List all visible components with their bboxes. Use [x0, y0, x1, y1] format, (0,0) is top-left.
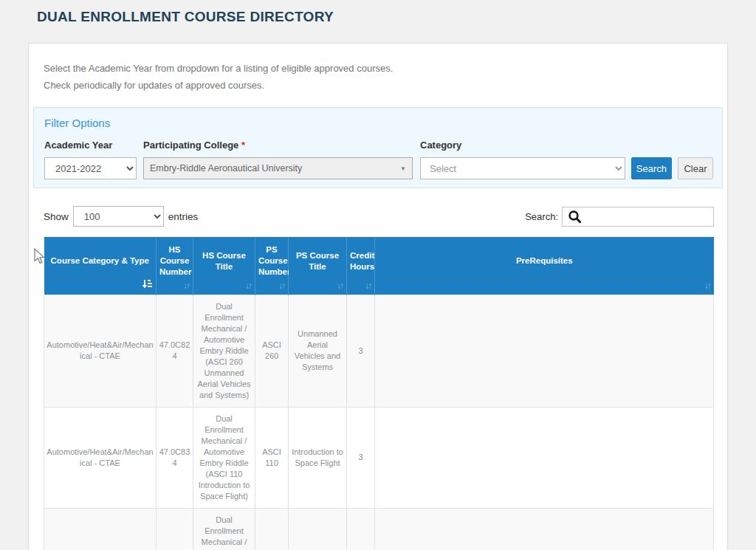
column-header-label: HS Course Title	[202, 251, 246, 271]
sort-amount-desc-icon	[142, 279, 152, 292]
table-search-input[interactable]	[562, 207, 714, 227]
clear-button[interactable]: Clear	[678, 157, 713, 179]
column-header-label: PS Course Title	[296, 251, 339, 271]
cell-hs-course-title: Dual Enrollment Mechanical / Automotive …	[193, 295, 255, 407]
cell-credit-hours: 3	[347, 295, 375, 407]
participating-college-field: Participating College * Embry-Riddle Aer…	[143, 140, 420, 179]
column-header-label: PreRequisites	[516, 256, 573, 265]
instruction-line: Select the Academic Year from dropdown f…	[44, 60, 712, 77]
table-row: Automotive/Heat&Air/Mechanical - CTAE 47…	[44, 295, 714, 407]
cell-prerequisites	[375, 407, 714, 508]
search-icon	[568, 210, 582, 227]
column-header-label: Credit Hours	[350, 251, 374, 271]
cell-ps-course-number: ASCI 110	[255, 407, 289, 508]
filter-options-heading: Filter Options	[44, 117, 713, 129]
sort-icon: ↓↑	[245, 281, 251, 292]
cell-prerequisites	[375, 295, 714, 407]
cell-credit-hours: 3	[347, 407, 375, 508]
cell-hs-course-title: Dual Enrollment Mechanical / Automotive …	[193, 508, 255, 550]
required-asterisk: *	[241, 140, 245, 151]
column-header-course-category[interactable]: Course Category & Type	[44, 237, 157, 295]
cell-course-category: Automotive/Heat&Air/Mechanical - CTAE	[44, 295, 157, 407]
column-header-label: PS Course Number	[258, 245, 290, 276]
column-header-ps-course-number[interactable]: PS Course Number ↓↑	[255, 237, 289, 295]
category-field: Category Select	[420, 140, 631, 179]
cell-hs-course-number: 47.0C824	[157, 295, 193, 407]
entries-label: entries	[168, 211, 199, 222]
column-header-label: HS Course Number	[159, 245, 191, 276]
cell-credit-hours: 3	[347, 508, 375, 550]
instructions: Select the Academic Year from dropdown f…	[29, 44, 727, 101]
table-row: Automotive/Heat&Air/Mechanical - CTAE 47…	[44, 407, 714, 508]
content-panel: Select the Academic Year from dropdown f…	[28, 43, 728, 550]
chevron-down-icon: ▼	[400, 165, 406, 172]
sort-icon: ↓↑	[365, 281, 371, 292]
filter-options-panel: Filter Options Academic Year 2021-2022 P…	[33, 107, 723, 188]
table-row: Automotive/Heat&Air/Mechanical - CTAE 47…	[44, 508, 714, 550]
cell-ps-course-number: ASCI 221	[255, 508, 289, 550]
show-label: Show	[44, 211, 69, 222]
search-button[interactable]: Search	[631, 157, 672, 179]
column-header-hs-course-title[interactable]: HS Course Title ↓↑	[193, 237, 255, 295]
table-controls: Show 100 entries Search:	[44, 206, 714, 227]
academic-year-select[interactable]: 2021-2022	[44, 157, 137, 179]
instruction-line: Check periodically for updates of approv…	[44, 77, 712, 94]
participating-college-select[interactable]: Embry-Riddle Aeronautical University ▼	[143, 157, 413, 179]
page-title: DUAL ENROLLMENT COURSE DIRECTORY	[37, 9, 334, 25]
sort-icon: ↓↑	[337, 281, 343, 292]
cell-ps-course-title: Introduction to Space Flight	[289, 407, 347, 508]
cell-course-category: Automotive/Heat&Air/Mechanical - CTAE	[44, 407, 157, 508]
cell-hs-course-title: Dual Enrollment Mechanical / Automotive …	[193, 407, 255, 508]
column-header-prerequisites[interactable]: PreRequisites ↓↑	[375, 237, 714, 295]
mouse-pointer-icon	[34, 248, 45, 267]
table-search-label: Search:	[525, 211, 558, 222]
cell-hs-course-number: 47.0C834	[157, 407, 193, 508]
sort-icon: ↓↑	[278, 281, 284, 292]
cell-ps-course-title: Unmanned Aerial Vehicles and Systems	[289, 295, 347, 407]
column-header-hs-course-number[interactable]: HS Course Number ↓↑	[157, 237, 193, 295]
table-header-row: Course Category & Type HS Course Number …	[44, 237, 714, 295]
cell-course-category: Automotive/Heat&Air/Mechanical - CTAE	[44, 508, 157, 550]
course-directory-table: Course Category & Type HS Course Number …	[44, 237, 714, 550]
cell-ps-course-number: ASCI 260	[255, 295, 289, 407]
participating-college-label: Participating College	[143, 140, 238, 151]
cell-prerequisites	[375, 508, 714, 550]
academic-year-field: Academic Year 2021-2022	[44, 140, 143, 179]
column-header-credit-hours[interactable]: Credit Hours ↓↑	[347, 237, 375, 295]
sort-icon: ↓↑	[704, 281, 710, 292]
cell-hs-course-number: 47.0C864	[157, 508, 193, 550]
academic-year-label: Academic Year	[44, 140, 143, 151]
category-select[interactable]: Select	[420, 157, 625, 179]
cell-ps-course-title: Introduction to Flight Physiology	[289, 508, 347, 550]
participating-college-value: Embry-Riddle Aeronautical University	[150, 163, 302, 173]
sort-icon: ↓↑	[183, 281, 189, 292]
column-header-ps-course-title[interactable]: PS Course Title ↓↑	[289, 237, 347, 295]
column-header-label: Course Category & Type	[51, 256, 149, 265]
show-entries-select[interactable]: 100	[73, 206, 164, 227]
category-label: Category	[420, 140, 631, 151]
